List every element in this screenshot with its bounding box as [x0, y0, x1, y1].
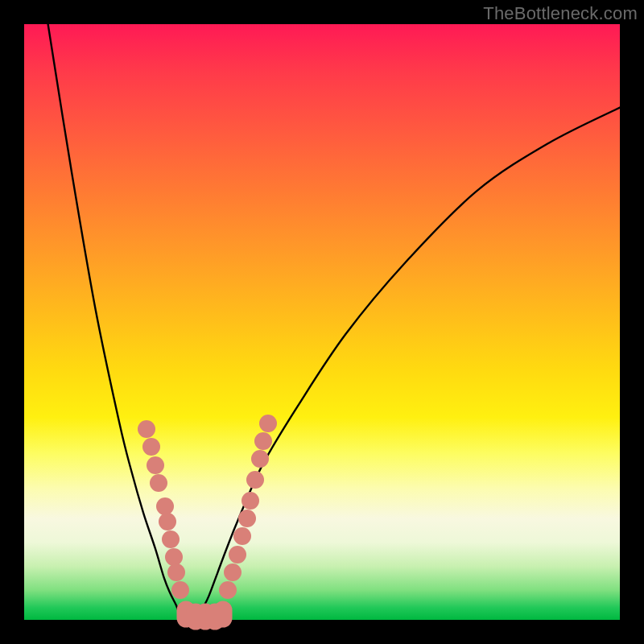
bottom-bead-4: [214, 601, 233, 627]
right-dot-2: [229, 546, 246, 564]
right-dot-0: [219, 581, 237, 599]
left-dot-1: [142, 438, 160, 456]
watermark-text: TheBottleneck.com: [483, 3, 638, 24]
right-dot-9: [259, 415, 277, 432]
right-branch-curve: [197, 108, 620, 617]
right-dot-1: [224, 564, 242, 581]
right-dot-5: [242, 492, 259, 510]
plot-area: [24, 24, 620, 620]
left-dot-8: [167, 564, 185, 581]
left-dot-2: [147, 456, 164, 474]
right-dot-8: [254, 432, 272, 450]
left-dot-9: [171, 581, 189, 599]
left-dot-6: [162, 530, 180, 548]
right-dot-7: [251, 450, 269, 468]
right-dot-3: [233, 527, 251, 545]
right-dot-6: [246, 471, 264, 489]
left-dot-5: [159, 513, 176, 530]
right-dot-4: [238, 510, 256, 527]
left-dot-0: [138, 420, 155, 438]
curve-layer: [24, 24, 620, 620]
chart-container: TheBottleneck.com: [0, 0, 644, 644]
left-dot-3: [150, 474, 167, 492]
